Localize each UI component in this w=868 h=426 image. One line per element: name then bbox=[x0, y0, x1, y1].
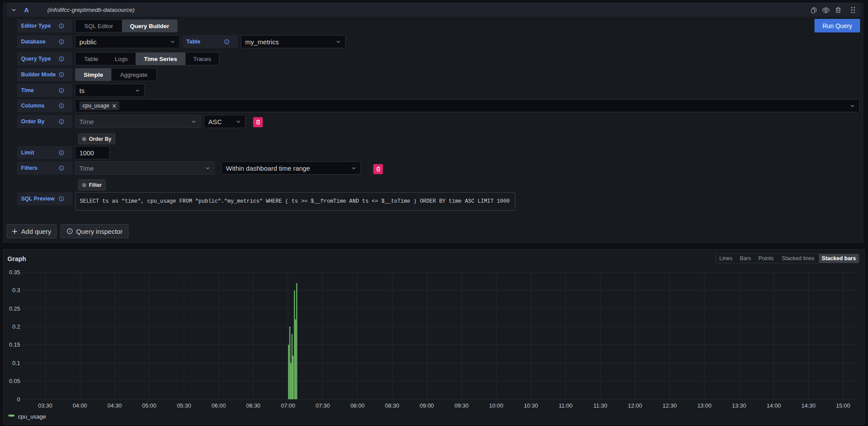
svg-text:cpu_usage: cpu_usage bbox=[18, 413, 46, 420]
svg-text:0.2: 0.2 bbox=[12, 323, 20, 330]
svg-text:07:00: 07:00 bbox=[281, 402, 295, 409]
svg-text:05:30: 05:30 bbox=[177, 402, 191, 409]
svg-text:09:30: 09:30 bbox=[454, 402, 469, 409]
svg-text:15:00: 15:00 bbox=[836, 402, 850, 409]
svg-text:12:00: 12:00 bbox=[628, 402, 642, 409]
svg-text:14:00: 14:00 bbox=[767, 402, 781, 409]
svg-text:06:00: 06:00 bbox=[211, 402, 226, 409]
svg-text:0.35: 0.35 bbox=[9, 269, 20, 276]
svg-text:0.1: 0.1 bbox=[12, 360, 20, 366]
svg-text:0.25: 0.25 bbox=[9, 305, 20, 312]
svg-text:0.15: 0.15 bbox=[9, 341, 20, 348]
svg-text:05:00: 05:00 bbox=[142, 402, 157, 409]
svg-text:03:30: 03:30 bbox=[38, 402, 53, 409]
svg-text:10:30: 10:30 bbox=[524, 402, 538, 409]
svg-text:10:00: 10:00 bbox=[489, 402, 504, 409]
svg-text:08:00: 08:00 bbox=[350, 402, 365, 409]
svg-text:11:00: 11:00 bbox=[559, 402, 573, 409]
svg-text:04:30: 04:30 bbox=[107, 402, 122, 409]
svg-text:0.3: 0.3 bbox=[12, 287, 20, 294]
svg-text:06:30: 06:30 bbox=[246, 402, 261, 409]
svg-text:07:30: 07:30 bbox=[316, 402, 330, 409]
svg-text:0.05: 0.05 bbox=[9, 378, 20, 384]
svg-text:09:00: 09:00 bbox=[420, 402, 434, 409]
svg-text:14:30: 14:30 bbox=[801, 402, 816, 409]
svg-text:08:30: 08:30 bbox=[385, 402, 400, 409]
svg-text:12:30: 12:30 bbox=[663, 402, 677, 409]
svg-text:11:30: 11:30 bbox=[593, 402, 607, 409]
svg-text:04:00: 04:00 bbox=[73, 402, 87, 409]
svg-text:13:30: 13:30 bbox=[732, 402, 747, 409]
svg-text:13:00: 13:00 bbox=[697, 402, 712, 409]
svg-text:0: 0 bbox=[17, 396, 20, 403]
